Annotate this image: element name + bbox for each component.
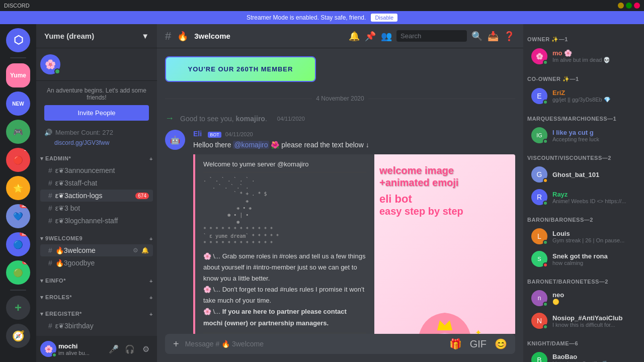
server-icon-7[interactable]: 123 🔵 — [6, 232, 30, 256]
bot-badge: BOT — [208, 132, 221, 138]
channel-item-logchannel-staff[interactable]: # ε❦3logchannel-staff — [40, 215, 153, 227]
mention-komajiro[interactable]: @komajiro — [233, 141, 269, 149]
member-name-louis: Louis — [552, 230, 636, 237]
bot-avatar: 🤖 — [165, 130, 185, 150]
svg-text:✦: ✦ — [475, 328, 481, 334]
member-info-ghost: Ghost_bat_101 — [552, 171, 636, 178]
mention-roles[interactable]: #roles — [279, 252, 297, 260]
gift-button[interactable]: 🎁 — [447, 336, 464, 352]
discord-link[interactable]: discord.gg/JGV3fww — [36, 138, 157, 147]
category-9welcome9[interactable]: ▾ 9WELCOME9 + — [36, 227, 157, 244]
server-icon-5[interactable]: 🌟 — [6, 176, 30, 200]
emoji-button[interactable]: 😊 — [493, 336, 509, 352]
category-eroles[interactable]: ▾ εROLES* + — [36, 286, 157, 303]
channel-item-action-logs[interactable]: # ε❦3action-logs 674 — [40, 190, 153, 202]
settings-button[interactable]: ⚙ — [139, 342, 153, 356]
message-input[interactable] — [185, 334, 443, 354]
hash-icon: # — [48, 204, 52, 212]
window-controls[interactable] — [618, 3, 640, 9]
member-item-ghost[interactable]: G Ghost_bat_101 — [527, 163, 640, 186]
add-channel-icon-einfo[interactable]: + — [149, 278, 153, 284]
pin-icon[interactable]: 📌 — [364, 30, 376, 42]
member-item-eriz[interactable]: E EriZ gg/jet || gg/3yDs8Eb 💎 — [527, 85, 640, 107]
add-server-button[interactable]: + — [6, 296, 30, 320]
category-eads[interactable]: ▾ εADS* + — [36, 332, 157, 336]
server-header[interactable]: Yume (dream) ▼ — [36, 24, 157, 48]
add-channel-icon-welcome[interactable]: + — [149, 236, 153, 242]
search-icon[interactable]: 🔍 — [471, 30, 483, 42]
member-name-eriz: EriZ — [552, 89, 636, 97]
server-icon-yume[interactable]: Yume — [6, 63, 30, 87]
server-icon-4[interactable]: 15 🔴 — [6, 148, 30, 172]
disable-streamer-button[interactable]: Disable — [371, 14, 397, 22]
channel-item-birthday[interactable]: # ε❦3birthday — [40, 320, 153, 332]
settings-icon[interactable]: ⚙ — [133, 247, 138, 254]
category-eadmin[interactable]: ▾ εADMIN* + — [36, 147, 157, 164]
explore-servers-button[interactable]: 🧭 — [6, 324, 30, 348]
headset-button[interactable]: 🎧 — [123, 342, 137, 356]
system-message-welcome: → Good to see you, komajiro. 04/11/2020 — [165, 111, 515, 126]
mention-rules[interactable]: #rules — [280, 286, 297, 293]
member-item-rayz[interactable]: R Rayz Anime! Weebs ID <> https://... — [527, 186, 640, 208]
mention-komajiro-2[interactable]: @komajiro — [277, 160, 308, 168]
gif-button[interactable]: GIF — [468, 336, 489, 352]
channel-item-staff-chat[interactable]: # ε❦3staff-chat — [40, 177, 153, 189]
server-icon-3[interactable]: 🎮 — [6, 120, 30, 144]
mention-intro[interactable]: #intro-member — [253, 263, 296, 271]
channel-item-goodbye[interactable]: # 🔥3goodbye — [40, 257, 153, 269]
inbox-icon[interactable]: 📥 — [487, 30, 499, 42]
notification-bell-icon[interactable]: 🔔 — [348, 30, 360, 42]
server-name: Yume (dream) — [44, 32, 94, 40]
status-indicator — [54, 68, 60, 74]
chat-header: # 🔥 3welcome 🔔 📌 👥 🔍 📥 ❓ — [157, 24, 523, 48]
speaker-icon: 🔊 — [44, 129, 52, 136]
status-online — [543, 60, 548, 65]
member-item-louis[interactable]: L Louis Gym streak | 26 | On pause... — [527, 225, 640, 247]
embed-art: . ` . ` . ` . ` . . ` . ` .` . ` * + . *… — [203, 176, 366, 247]
search-input[interactable] — [396, 30, 467, 42]
server-icon-8[interactable]: 34 🟢 — [6, 260, 30, 285]
category-eregister[interactable]: ▾ εREGISTER* + — [36, 303, 157, 319]
help-icon[interactable]: ❓ — [503, 30, 515, 42]
action-logs-badge: 674 — [135, 193, 149, 199]
member-info-nosiop: Nosiop_#AntiYaoiClub I know this is diff… — [552, 314, 636, 328]
server-icon-home[interactable]: ⬡ — [6, 28, 30, 52]
add-file-button[interactable]: + — [171, 336, 181, 352]
member-info-baobao: BaoBao Listening to Spotify 🎵 — [552, 353, 636, 362]
server-icon-6[interactable]: 326 💙 — [6, 204, 30, 228]
members-icon[interactable]: 👥 — [380, 30, 392, 42]
maximize-button[interactable] — [626, 3, 632, 9]
bot-message-content: Eli BOT 04/11/2020 Helloo there @komajir… — [193, 130, 515, 334]
channel-item-welcome[interactable]: # 🔥3welcome ⚙ 🔔 — [40, 244, 153, 256]
add-channel-icon-eroles[interactable]: + — [149, 295, 153, 301]
add-channel-icon[interactable]: + — [149, 156, 153, 162]
current-user-info: mochi im alive bu... — [58, 342, 105, 356]
add-channel-icon-eregister[interactable]: + — [149, 311, 153, 317]
member-item-marquess[interactable]: IG I like ya cut g Accepting free luck — [527, 124, 640, 146]
user-controls: 🌸 mochi im alive bu... 🎤 🎧 ⚙ — [36, 336, 157, 362]
member-info-eriz: EriZ gg/jet || gg/3yDs8Eb 💎 — [552, 89, 636, 103]
member-item-nosiop[interactable]: N Nosiop_#AntiYaoiClub I know this is di… — [527, 310, 640, 332]
close-button[interactable] — [634, 3, 640, 9]
server-icon-2[interactable]: NEW — [6, 92, 30, 116]
member-item-mo[interactable]: 🌸 mo 🌸 Im alive but im dead 💀 — [527, 45, 640, 67]
minimize-button[interactable] — [618, 3, 624, 9]
member-item-neo[interactable]: n neo 🟡 — [527, 287, 640, 309]
member-item-snek[interactable]: S Snek got the rona how calming — [527, 248, 640, 270]
channel-item-bot[interactable]: # ε❦3 bot — [40, 202, 153, 214]
member-category-owner: OWNER ✨—1 — [523, 28, 644, 45]
messages-container: YOU'RE OUR 260TH MEMBER 4 November 2020 … — [157, 48, 523, 334]
embed-greeting: Welcome to yume server @komajiro — [203, 160, 366, 168]
microphone-button[interactable]: 🎤 — [107, 342, 121, 356]
channel-name-announcement: ε❦3announcement — [55, 166, 149, 174]
channel-name-goodbye: 🔥3goodbye — [55, 259, 149, 267]
invite-people-button[interactable]: Invite People — [44, 105, 149, 121]
channel-item-announcement[interactable]: # ε❦3announcement — [40, 164, 153, 176]
message-time: 04/11/2020 — [225, 131, 253, 137]
current-user-avatar: 🌸 — [40, 341, 56, 357]
bot-avatar-col: 🤖 — [165, 130, 185, 334]
member-item-baobao[interactable]: B BaoBao Listening to Spotify 🎵 — [527, 349, 640, 362]
category-einfo[interactable]: ▾ εINFO* + — [36, 269, 157, 286]
status-online-marquess — [543, 139, 548, 144]
notification-icon[interactable]: 🔔 — [141, 247, 149, 254]
